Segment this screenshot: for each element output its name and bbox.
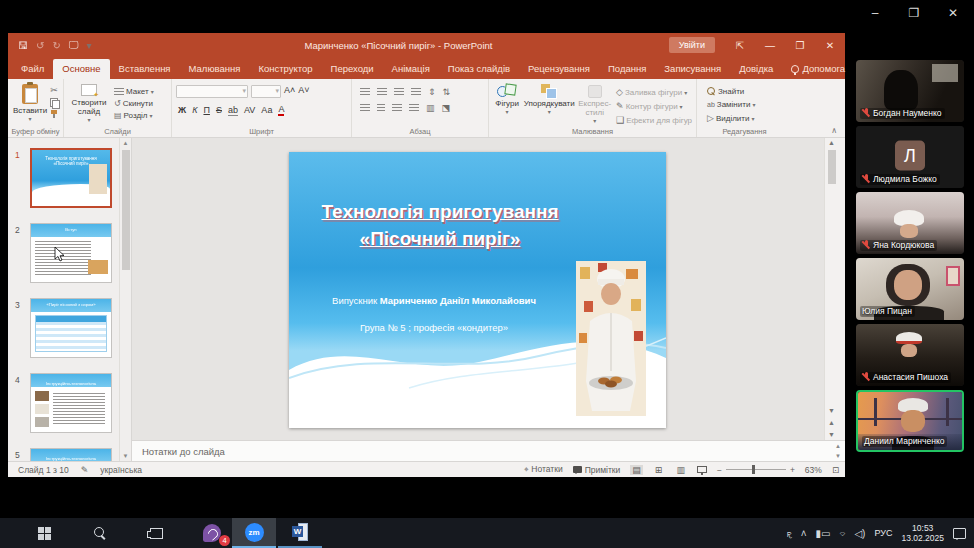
justify-icon[interactable] <box>409 104 419 112</box>
tab-review[interactable]: Рецензування <box>519 59 599 79</box>
align-center-icon[interactable] <box>377 104 385 112</box>
tab-recording[interactable]: Записування <box>655 59 730 79</box>
participant-tile-daniil-active-speaker[interactable]: Даниил Маринченко <box>856 390 964 452</box>
action-center-icon[interactable] <box>953 528 966 539</box>
slide-thumbnail-1[interactable]: Технологія приготування «Пісочний пиріг» <box>30 148 112 208</box>
arrange-button[interactable]: Упорядкувати▾ <box>523 82 575 119</box>
zoom-slider-thumb[interactable] <box>752 465 755 474</box>
task-view-button[interactable] <box>134 518 178 548</box>
volume-icon[interactable]: ◁) <box>854 528 865 539</box>
clock[interactable]: 10:5313.02.2025 <box>901 523 944 543</box>
zoom-level[interactable]: 63% <box>805 465 822 475</box>
start-button[interactable] <box>22 518 66 548</box>
undo-icon[interactable]: ↺ <box>36 40 44 51</box>
italic-button[interactable]: К <box>192 105 197 115</box>
taskbar-viber[interactable]: 4 <box>190 518 234 548</box>
strikethrough-button[interactable]: S <box>216 105 222 115</box>
text-direction-icon[interactable]: ⇅ <box>443 87 451 97</box>
notes-scroll-down-icon[interactable]: ▼ <box>832 453 844 459</box>
taskbar-zoom-active[interactable]: zm <box>232 518 276 548</box>
ppt-minimize-button[interactable]: — <box>755 33 785 57</box>
tab-insert[interactable]: Вставлення <box>110 59 180 79</box>
participant-tile-bogdan[interactable]: Богдан Науменко <box>856 60 964 122</box>
reading-view-button[interactable]: ▥ <box>674 465 687 475</box>
shape-effects-button[interactable]: ❑Ефекти для фігур <box>614 114 694 126</box>
slide-thumbnail-5[interactable]: Інструкційно-технологічна картка «Пиріг … <box>30 448 112 461</box>
save-icon[interactable]: 🖫 <box>18 40 28 51</box>
decrease-font-icon[interactable]: А˅ <box>298 85 309 98</box>
select-button[interactable]: ▷Виділити▾ <box>705 112 784 124</box>
qat-customize-icon[interactable]: ▾ <box>86 40 91 51</box>
tab-animations[interactable]: Анімація <box>383 59 439 79</box>
slide-thumbnail-2[interactable]: Вступ <box>30 223 112 283</box>
zoom-out-icon[interactable]: − <box>717 465 722 475</box>
slide-thumbnail-4[interactable]: Інструкційно-технологічна картка «Пиріг … <box>30 373 112 433</box>
collapse-ribbon-icon[interactable]: ∧ <box>831 126 837 135</box>
font-size-combobox[interactable] <box>251 85 281 98</box>
change-case-button[interactable]: Аа <box>261 105 272 115</box>
people-tray-icon[interactable]: ꭆ <box>787 528 792 539</box>
zoom-slider[interactable]: − + <box>717 465 795 475</box>
current-slide[interactable]: Технологія приготування«Пісочний пиріг» … <box>289 152 666 428</box>
canvas-scrollbar[interactable]: ▲ ▼ ▲ ▼ <box>824 138 838 440</box>
participant-tile-liudmyla[interactable]: Л Людмила Божко <box>856 126 964 188</box>
underline-button[interactable]: П <box>203 105 209 115</box>
taskbar-word[interactable]: W <box>278 518 322 548</box>
format-painter-icon[interactable] <box>50 110 59 119</box>
tab-help[interactable]: Довідка <box>730 59 782 79</box>
keyboard-language[interactable]: РУС <box>874 528 892 538</box>
ribbon-display-options-icon[interactable]: ⇱ <box>725 33 755 57</box>
tab-tellme[interactable]: Допомога <box>782 59 854 79</box>
participant-tile-anastasia[interactable]: Анастасия Пишоха <box>856 324 964 386</box>
bullets-icon[interactable] <box>360 88 370 96</box>
shape-fill-button[interactable]: ◇Заливка фігури▾ <box>614 86 694 98</box>
slide-thumbnail-3[interactable]: «Пиріг пісочний з сиром» <box>30 298 112 358</box>
start-slideshow-icon[interactable]: 🖵 <box>69 39 79 51</box>
normal-view-button[interactable]: ▤ <box>630 465 643 475</box>
shape-outline-button[interactable]: ✎Контур фігури▾ <box>614 100 694 112</box>
battery-icon[interactable]: ▮▭ <box>816 528 831 539</box>
smartart-icon[interactable]: ⬔ <box>442 103 451 113</box>
shapes-button[interactable]: Фігури▾ <box>491 82 523 119</box>
slide-author-line[interactable]: Випускник Маринченко Даніїл Миколайович <box>289 295 579 306</box>
wifi-icon[interactable]: ⌔ <box>839 527 845 539</box>
notes-toggle[interactable]: ⌖ Нотатки <box>524 464 563 475</box>
tab-design[interactable]: Конструктор <box>249 59 321 79</box>
copy-icon[interactable] <box>50 98 58 107</box>
zoom-maximize-button[interactable]: ❐ <box>901 6 927 20</box>
tab-view[interactable]: Подання <box>599 59 655 79</box>
participant-tile-yana[interactable]: Яна Кордюкова <box>856 192 964 254</box>
layout-button[interactable]: Макет▾ <box>112 86 156 97</box>
increase-indent-icon[interactable] <box>411 88 421 96</box>
taskbar-search-button[interactable] <box>78 518 122 548</box>
increase-font-icon[interactable]: А˄ <box>284 85 295 98</box>
redo-icon[interactable]: ↻ <box>52 40 60 51</box>
new-slide-button[interactable]: Створити слайд▾ <box>66 82 112 127</box>
text-shadow-button[interactable]: ab <box>228 105 238 116</box>
decrease-indent-icon[interactable] <box>394 88 404 96</box>
section-button[interactable]: ▤Розділ▾ <box>112 110 156 121</box>
quick-styles-button[interactable]: Експрес-стилі▾ <box>575 82 614 128</box>
slide-photo-chef[interactable] <box>576 261 646 416</box>
slide-sorter-view-button[interactable]: ⊞ <box>653 465 665 475</box>
reset-button[interactable]: ↺Скинути <box>112 98 156 109</box>
participant-tile-yulia[interactable]: Юлия Пицан <box>856 258 964 320</box>
language-indicator[interactable]: українська <box>100 465 142 475</box>
zoom-in-icon[interactable]: + <box>790 465 795 475</box>
notes-scroll-up-icon[interactable]: ▲ <box>832 443 844 449</box>
tab-draw[interactable]: Малювання <box>180 59 250 79</box>
slideshow-view-button[interactable] <box>697 466 707 473</box>
columns-icon[interactable]: ▥ <box>426 103 435 113</box>
ppt-restore-button[interactable]: ❐ <box>785 33 815 57</box>
zoom-close-button[interactable]: ✕ <box>940 6 966 20</box>
character-spacing-button[interactable]: AV <box>244 105 255 115</box>
show-hidden-icons-chevron[interactable]: ˄ <box>801 528 807 539</box>
slide-title[interactable]: Технологія приготування«Пісочний пиріг» <box>309 198 571 252</box>
slide-group-line[interactable]: Група № 5 ; професія «кондитер» <box>289 322 579 333</box>
fit-to-window-icon[interactable]: ⊡ <box>832 465 839 475</box>
font-name-combobox[interactable] <box>176 85 248 98</box>
zoom-minimize-button[interactable]: – <box>862 6 888 20</box>
align-left-icon[interactable] <box>360 104 370 112</box>
pen-icon[interactable]: ✎ <box>81 465 89 475</box>
thumbnail-scrollbar[interactable]: ▲ ▼ <box>119 138 131 461</box>
